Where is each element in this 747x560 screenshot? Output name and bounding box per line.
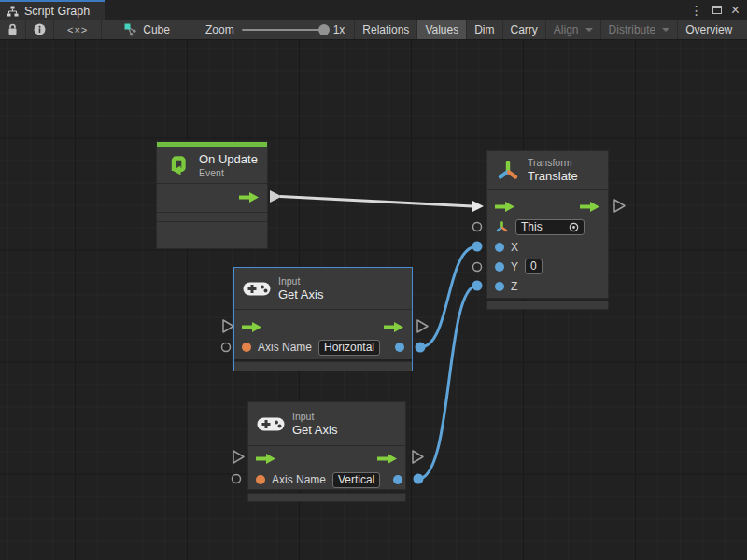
dim-button[interactable]: Dim — [466, 20, 501, 39]
node-get-axis-vertical-header: Input Get Axis — [248, 402, 405, 446]
flow-arrow-out-icon[interactable] — [580, 201, 600, 213]
x-port-dot[interactable] — [495, 243, 504, 252]
node-get-axis-vertical[interactable]: Input Get Axis Axis Name Vertical — [247, 401, 406, 490]
axis-name-label: Axis Name — [272, 473, 326, 486]
axis-name-field[interactable]: Horizontal — [318, 340, 380, 356]
flow-output-port-translate[interactable] — [614, 200, 625, 212]
get-axis-horizontal-flow-row — [234, 316, 412, 337]
flow-input-port-translate[interactable] — [472, 201, 484, 213]
value-wire-horizontal-to-x[interactable] — [420, 246, 477, 347]
axis-name-label: Axis Name — [258, 341, 312, 354]
node-subtitle: Event — [199, 167, 258, 179]
value-input-port-x[interactable] — [472, 242, 483, 252]
tab-bar: Script Graph ⋮ × — [0, 0, 747, 20]
translate-flow-row — [487, 196, 608, 217]
node-category: Input — [278, 275, 323, 287]
flow-wire-on-update-to-translate[interactable] — [280, 197, 472, 207]
tab-title: Script Graph — [24, 5, 90, 18]
overview-button[interactable]: Overview — [677, 20, 740, 39]
node-on-update[interactable]: On Update Event — [156, 141, 268, 249]
flow-output-port-get-axis-horizontal[interactable] — [417, 320, 428, 332]
node-category: Transform — [528, 157, 578, 169]
flow-arrow-out-icon[interactable] — [239, 191, 260, 203]
graph-network-icon — [124, 23, 137, 36]
tab-script-graph[interactable]: Script Graph — [0, 0, 105, 20]
inspect-button[interactable] — [26, 20, 54, 39]
transform-mini-icon — [495, 220, 509, 234]
axis-name-port-dot[interactable] — [242, 343, 251, 352]
on-update-flow-row — [157, 184, 267, 210]
flow-arrow-in-icon[interactable] — [495, 201, 515, 213]
node-category: Input — [292, 411, 337, 423]
gamepad-icon — [243, 280, 271, 298]
value-input-port-axis-name-horizontal[interactable] — [222, 343, 231, 352]
toolbar-left-group: <×> — [0, 20, 102, 39]
maximize-icon[interactable] — [712, 6, 722, 14]
node-translate[interactable]: Transform Translate This — [486, 150, 609, 299]
object-picker-icon[interactable] — [569, 222, 579, 232]
value-input-port-axis-name-vertical[interactable] — [233, 475, 241, 483]
distribute-dropdown[interactable]: Distribute — [600, 20, 678, 39]
lock-button[interactable] — [0, 20, 26, 39]
toolbar-right-group: Relations Values Dim Carry Align Distrib… — [354, 20, 747, 39]
translate-z-row: Z — [487, 276, 608, 296]
flow-input-port-get-axis-horizontal[interactable] — [223, 320, 233, 332]
axis-value-port-dot[interactable] — [393, 475, 402, 484]
y-value-field[interactable]: 0 — [525, 259, 543, 274]
z-port-dot[interactable] — [495, 282, 504, 291]
fullscreen-button[interactable]: Full Screen — [740, 20, 747, 39]
node-on-update-header: On Update Event — [157, 147, 267, 184]
value-input-port-y[interactable] — [473, 263, 482, 272]
target-field[interactable]: This — [515, 219, 585, 235]
translate-x-row: X — [487, 237, 608, 257]
transform-icon — [496, 159, 520, 183]
value-wire-vertical-to-z[interactable] — [418, 286, 477, 479]
get-axis-vertical-flow-row — [248, 448, 405, 469]
graph-tab-icon — [7, 6, 19, 17]
zoom-slider-handle[interactable] — [318, 24, 330, 35]
axis-name-port-dot[interactable] — [256, 475, 265, 484]
get-axis-horizontal-param-row: Axis Name Horizontal — [234, 337, 412, 357]
translate-y-row: Y 0 — [487, 257, 608, 276]
graph-canvas[interactable]: On Update Event Transform — [0, 40, 747, 560]
node-title: Get Axis — [292, 423, 337, 438]
axis-value-port-dot[interactable] — [395, 343, 404, 352]
graph-name: Cube — [143, 23, 170, 36]
y-port-dot[interactable] — [495, 262, 504, 272]
translate-target-row: This — [487, 217, 608, 237]
flow-arrow-out-icon[interactable] — [384, 321, 404, 333]
get-axis-vertical-param-row: Axis Name Vertical — [248, 469, 405, 490]
relations-button[interactable]: Relations — [354, 20, 416, 39]
x-port-label: X — [511, 241, 518, 254]
carry-button[interactable]: Carry — [502, 20, 545, 39]
window-controls: ⋮ × — [690, 0, 747, 20]
align-dropdown[interactable]: Align — [545, 20, 600, 39]
node-get-axis-horizontal-header: Input Get Axis — [234, 268, 412, 310]
value-output-port-get-axis-vertical[interactable] — [414, 474, 424, 484]
axis-name-field[interactable]: Vertical — [332, 472, 380, 488]
zoom-slider[interactable] — [242, 29, 326, 31]
zoom-value: 1x — [333, 23, 345, 36]
script-graph-window: Script Graph ⋮ × <×> — [0, 0, 747, 560]
flow-input-port-get-axis-vertical[interactable] — [233, 451, 244, 463]
flow-output-port-get-axis-vertical[interactable] — [413, 451, 423, 463]
graph-breadcrumb[interactable]: Cube — [115, 20, 179, 39]
values-button[interactable]: Values — [416, 20, 466, 39]
target-field-value: This — [521, 220, 543, 234]
value-output-port-get-axis-horizontal[interactable] — [416, 343, 426, 353]
flow-arrow-out-icon[interactable] — [377, 453, 398, 465]
node-get-axis-horizontal[interactable]: Input Get Axis Axis Name Horizontal — [233, 267, 413, 371]
flow-arrow-in-icon[interactable] — [256, 453, 276, 465]
info-icon — [34, 23, 46, 35]
flow-arrow-in-icon[interactable] — [242, 321, 262, 333]
code-view-button[interactable]: <×> — [54, 20, 102, 39]
close-icon[interactable]: × — [731, 3, 740, 18]
dropdown-arrow-icon — [662, 28, 669, 32]
value-input-port-z[interactable] — [472, 281, 483, 291]
node-translate-header: Transform Translate — [487, 151, 608, 190]
node-get-axis-horizontal-footer — [234, 361, 412, 371]
node-translate-footer — [486, 301, 609, 310]
y-port-label: Y — [511, 260, 518, 273]
value-input-port-target[interactable] — [473, 223, 482, 231]
menu-kebab-icon[interactable]: ⋮ — [690, 4, 703, 17]
